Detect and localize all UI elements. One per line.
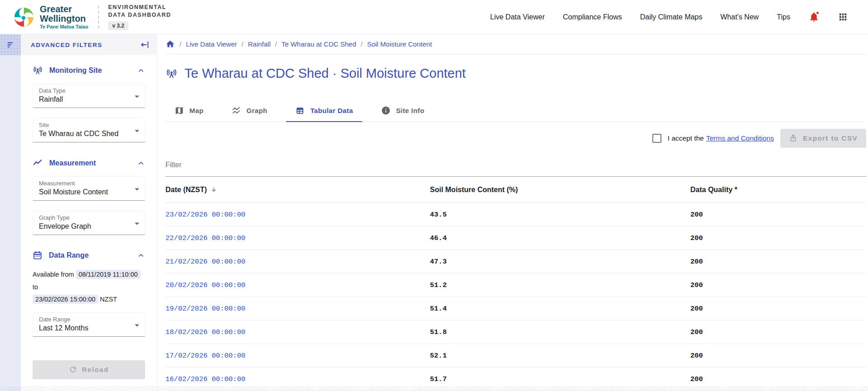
nav-whats-new[interactable]: What's New [721,13,759,21]
sort-descending-arrow-icon [210,186,217,193]
dropdown-caret-icon [134,95,140,99]
available-prefix: Available from [33,271,74,278]
section-measurement[interactable]: Measurement [33,158,145,168]
accept-terms-label: I accept theTerms and Conditions [668,134,774,142]
logo-text: Greater Wellington Te Pane Matua Taiao [40,5,88,29]
logo-name-line1: Greater [40,5,88,14]
chevron-up-icon[interactable] [137,159,145,167]
section-data-range-label: Data Range [49,251,131,259]
nav-compliance-flows[interactable]: Compliance Flows [563,13,622,21]
row-quality: 200 [690,281,866,289]
row-date-link[interactable]: 22/02/2026 00:00:00 [165,234,430,242]
date-range-select[interactable]: Date Range Last 12 Months [33,312,145,337]
row-date-link[interactable]: 18/02/2026 00:00:00 [165,328,430,336]
nav-daily-climate-maps[interactable]: Daily Climate Maps [640,13,703,21]
dropdown-caret-icon [134,188,140,191]
table-header-row: Date (NZST) Soil Moisture Content (%) Da… [165,177,866,203]
table-row: 19/02/2026 00:00:00 51.4 200 [165,297,866,320]
row-value: 52.1 [430,352,690,360]
row-quality: 200 [690,375,866,383]
section-monitoring-site-label: Monitoring Site [49,66,131,75]
reload-button[interactable]: Reload [33,360,145,379]
app-title-line2: DATA DASHBOARD [108,11,171,19]
breadcrumb-separator: / [361,40,363,48]
column-header-date[interactable]: Date (NZST) [165,186,430,194]
zigzag-chart-icon [33,158,43,168]
breadcrumb-site[interactable]: Te Wharau at CDC Shed [282,40,356,48]
dropdown-caret-icon [134,324,140,327]
row-value: 51.7 [430,375,690,383]
home-icon[interactable] [165,39,175,49]
tab-map[interactable]: Map [165,99,212,122]
row-date-link[interactable]: 23/02/2026 00:00:00 [165,211,430,219]
table-row: 18/02/2026 00:00:00 51.8 200 [165,320,866,344]
table-row: 22/02/2026 00:00:00 46.4 200 [165,226,866,250]
refresh-icon [69,365,77,374]
row-quality: 200 [690,211,866,219]
data-type-value: Rainfall [39,95,131,104]
section-data-range[interactable]: Data Range [33,250,145,260]
export-row: I accept theTerms and Conditions Export … [165,124,866,152]
filters-rail-toggle[interactable] [0,34,21,55]
calendar-icon [33,250,42,260]
filter-sort-icon [5,40,15,50]
terms-and-conditions-link[interactable]: Terms and Conditions [706,134,774,142]
breadcrumb-soil-moisture[interactable]: Soil Moisture Content [367,40,432,48]
chevron-up-icon[interactable] [137,66,145,75]
greater-wellington-logo[interactable]: Greater Wellington Te Pane Matua Taiao [14,5,88,29]
data-type-select[interactable]: Data Type Rainfall [33,84,145,108]
breadcrumb-rainfall[interactable]: Rainfall [248,40,270,48]
table-row: 17/02/2026 00:00:00 52.1 200 [165,344,866,367]
column-header-soil-moisture[interactable]: Soil Moisture Content (%) [430,186,690,194]
measurement-select[interactable]: Measurement Soil Moisture Content [33,176,145,201]
apps-grid-icon[interactable] [838,12,848,22]
chevron-up-icon[interactable] [137,251,145,259]
accept-terms-checkbox[interactable] [652,134,661,143]
collapse-sidebar-icon[interactable] [140,40,150,50]
row-date-link[interactable]: 19/02/2026 00:00:00 [165,305,430,313]
table-row: 20/02/2026 00:00:00 51.2 200 [165,273,866,297]
tab-graph-label: Graph [246,107,267,114]
table-row: 16/02/2026 00:00:00 51.7 200 [165,367,866,391]
nav-live-data-viewer[interactable]: Live Data Viewer [490,13,545,21]
site-select[interactable]: Site Te Wharau at CDC Shed [33,118,145,142]
row-date-link[interactable]: 20/02/2026 00:00:00 [165,281,430,289]
site-label: Site [39,122,131,128]
nav-tips[interactable]: Tips [777,13,790,21]
tab-graph[interactable]: Graph [222,99,276,122]
row-value: 51.8 [430,328,690,336]
logo-tagline: Te Pane Matua Taiao [40,24,88,29]
available-joiner: to [33,283,38,291]
antenna-icon [33,65,43,75]
map-icon [175,106,184,115]
graph-type-select[interactable]: Graph Type Envelope Graph [33,211,145,235]
top-header: Greater Wellington Te Pane Matua Taiao E… [0,0,868,34]
table-body: 23/02/2026 00:00:00 43.5 200 22/02/2026 … [165,203,866,391]
breadcrumb-live-data-viewer[interactable]: Live Data Viewer [186,40,237,48]
export-to-csv-button[interactable]: Export to CSV [780,129,866,148]
notifications-bell-icon[interactable] [808,11,820,23]
table-icon [295,106,305,115]
breadcrumb-separator: / [275,40,277,48]
filter-input[interactable] [165,158,866,177]
available-to-chip: 23/02/2026 15:00:00 [33,295,98,304]
column-header-soil-moisture-label: Soil Moisture Content (%) [430,186,518,194]
left-rail [0,34,21,391]
row-quality: 200 [690,352,866,360]
row-date-link[interactable]: 21/02/2026 00:00:00 [165,258,430,266]
row-quality: 200 [690,305,866,313]
filters-sidebar: ADVANCED FILTERS [21,34,157,391]
tab-site-info[interactable]: Site Info [372,99,434,122]
graph-type-label: Graph Type [39,214,131,221]
row-value: 51.4 [430,305,690,313]
tab-tabular-data[interactable]: Tabular Data [286,99,362,122]
section-monitoring-site[interactable]: Monitoring Site [33,65,145,75]
row-date-link[interactable]: 16/02/2026 00:00:00 [165,375,430,383]
view-tabs: Map Graph [165,99,866,122]
top-nav: Live Data Viewer Compliance Flows Daily … [490,11,848,23]
column-header-data-quality[interactable]: Data Quality * [690,186,866,194]
version-badge: v 3.2 [108,21,128,30]
reload-button-label: Reload [82,366,109,373]
row-date-link[interactable]: 17/02/2026 00:00:00 [165,352,430,360]
row-quality: 200 [690,258,866,266]
